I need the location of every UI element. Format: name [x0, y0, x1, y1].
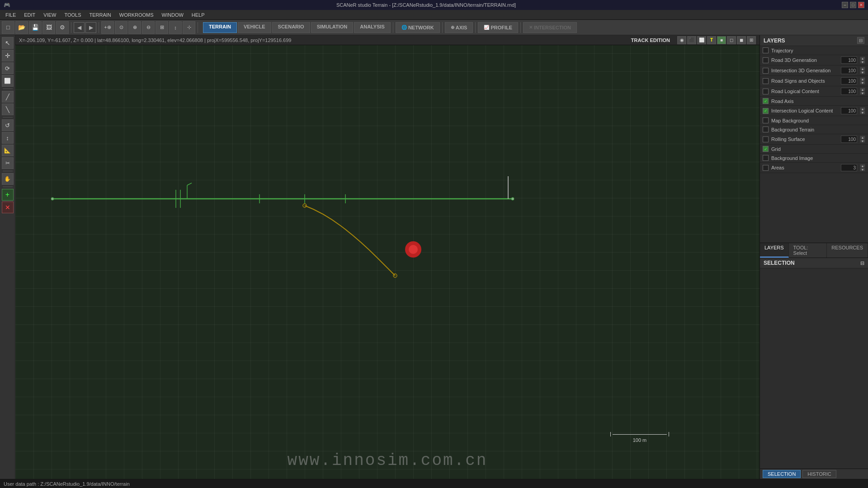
layers-float-button[interactable]: ⊟ [857, 37, 864, 44]
settings-button[interactable]: ⚙ [56, 21, 69, 34]
canvas-area[interactable]: X=-206.109, Y=-61.607, Z= 0.000 | lat=48… [15, 35, 760, 479]
layer-checkbox-2[interactable] [763, 68, 769, 74]
tab-simulation[interactable]: SIMULATION [311, 22, 354, 33]
layer-spin-down-12[interactable]: ▼ [860, 168, 865, 171]
canvas-btn-6[interactable]: ◻ [727, 36, 736, 44]
maximize-button[interactable]: □ [850, 2, 856, 8]
layer-spin-down-9[interactable]: ▼ [860, 139, 865, 143]
select-box-tool[interactable]: ⬜ [2, 75, 14, 87]
menu-file[interactable]: FILE [2, 11, 19, 19]
draw-line-tool[interactable]: ╱ [2, 91, 14, 103]
select-tool[interactable]: ↖ [2, 37, 14, 49]
layer-value-1[interactable]: 100 [841, 56, 857, 64]
forward-button[interactable]: ▶ [85, 22, 96, 33]
layer-spin-down-4[interactable]: ▼ [860, 91, 865, 95]
layer-spin-down-6[interactable]: ▼ [860, 111, 865, 114]
drag-tool[interactable]: ✋ [2, 173, 14, 185]
move-tool[interactable]: ✛ [2, 50, 14, 61]
cut-tool[interactable]: ✂ [2, 157, 14, 169]
layer-checkbox-8[interactable] [763, 127, 769, 132]
minimize-button[interactable]: – [842, 2, 848, 8]
layer-checkbox-6[interactable] [763, 108, 769, 114]
layer-spin-up-6[interactable]: ▲ [860, 107, 865, 111]
close-button[interactable]: ✕ [858, 2, 864, 8]
layer-spin-up-3[interactable]: ▲ [860, 77, 865, 81]
layer-spin-up-4[interactable]: ▲ [860, 88, 865, 91]
panel-tab-resources[interactable]: RESOURCES [827, 243, 868, 258]
cross-button[interactable]: ⊹ [183, 21, 195, 34]
selection-header: SELECTION ⊟ [760, 258, 868, 268]
layer-spin-up-2[interactable]: ▲ [860, 67, 865, 70]
layer-value-12[interactable]: 3 [841, 164, 857, 171]
circle-button[interactable]: ⊙ [115, 21, 127, 34]
layer-checkbox-9[interactable] [763, 136, 769, 142]
zoom-button[interactable]: ⊞ [156, 21, 168, 34]
measure-tool[interactable]: 📐 [2, 145, 14, 156]
canvas-btn-2[interactable]: ⬛ [687, 36, 696, 44]
layer-value-9[interactable]: 100 [841, 136, 857, 143]
layer-name-0: Trajectory [771, 48, 865, 53]
layer-checkbox-1[interactable] [763, 57, 769, 63]
layer-spin-up-9[interactable]: ▲ [860, 136, 865, 139]
menu-window[interactable]: WINDOW [158, 11, 187, 19]
bottom-tab-historic[interactable]: HISTORIC [802, 470, 836, 478]
menu-tools[interactable]: TOOLS [61, 11, 85, 19]
selection-float-button[interactable]: ⊟ [860, 260, 864, 266]
scale-bar: 100 m [610, 432, 669, 443]
layer-checkbox-10[interactable] [763, 146, 769, 152]
menu-edit[interactable]: EDIT [20, 11, 39, 19]
layer-value-4[interactable]: 100 [841, 88, 857, 95]
tab-profile[interactable]: 📈PROFILE [478, 22, 518, 33]
layer-checkbox-4[interactable] [763, 89, 769, 94]
open-button[interactable]: 📂 [15, 21, 28, 34]
menu-view[interactable]: VIEW [40, 11, 60, 19]
canvas-btn-1[interactable]: ◉ [677, 36, 686, 44]
layer-value-3[interactable]: 100 [841, 77, 857, 84]
save-button[interactable]: 💾 [29, 21, 42, 34]
canvas-btn-5[interactable]: ■ [717, 36, 726, 44]
layer-checkbox-3[interactable] [763, 78, 769, 84]
undo-tool[interactable]: ↺ [2, 119, 14, 131]
layer-spin-up-1[interactable]: ▲ [860, 56, 865, 60]
layer-value-2[interactable]: 100 [841, 67, 857, 74]
layer-spin-down-2[interactable]: ▼ [860, 70, 865, 74]
tab-scenario[interactable]: SCENARIO [272, 22, 310, 33]
menu-workrooms[interactable]: WORKROOMS [116, 11, 157, 19]
menu-terrain[interactable]: TERRAIN [86, 11, 115, 19]
layer-checkbox-7[interactable] [763, 117, 769, 123]
minus-button[interactable]: ⊖ [142, 21, 155, 34]
layer-checkbox-11[interactable] [763, 155, 769, 161]
canvas-btn-7[interactable]: ◼ [737, 36, 746, 44]
resize-tool[interactable]: ↕ [2, 132, 14, 144]
menu-help[interactable]: HELP [188, 11, 208, 19]
tab-terrain[interactable]: TERRAIN [203, 22, 237, 33]
tab-network[interactable]: 🌐NETWORK [396, 22, 440, 33]
canvas-btn-8[interactable]: ⊞ [747, 36, 756, 44]
canvas-btn-3[interactable]: ⬜ [697, 36, 706, 44]
remove-button[interactable]: ✕ [2, 202, 14, 213]
panel-tab-layers[interactable]: LAYERS [760, 243, 789, 258]
add-button[interactable]: + [2, 189, 14, 201]
tab-axis[interactable]: ⊕AXIS [445, 22, 473, 33]
layer-checkbox-0[interactable] [763, 47, 769, 53]
image-button[interactable]: 🖼 [42, 21, 55, 34]
draw-curve-tool[interactable]: ╲ [2, 103, 14, 115]
layer-checkbox-12[interactable] [763, 165, 769, 171]
layer-value-6[interactable]: 100 [841, 107, 857, 114]
arrow-button[interactable]: ↕ [169, 21, 182, 34]
layer-spin-up-12[interactable]: ▲ [860, 164, 865, 168]
bottom-tab-selection[interactable]: SELECTION [763, 470, 801, 478]
back-button[interactable]: ◀ [74, 22, 85, 33]
snap-button[interactable]: +⊕ [101, 21, 114, 34]
rotate-tool[interactable]: ⟳ [2, 62, 14, 74]
canvas-btn-4[interactable]: T [707, 36, 716, 44]
new-button[interactable]: □ [2, 21, 14, 34]
plus-button[interactable]: ⊕ [128, 21, 141, 34]
layer-spin-down-3[interactable]: ▼ [860, 81, 865, 84]
layer-checkbox-5[interactable] [763, 98, 769, 104]
tab-vehicle[interactable]: VEHICLE [238, 22, 271, 33]
tab-intersection[interactable]: ✕INTERSECTION [523, 22, 577, 33]
layer-spin-down-1[interactable]: ▼ [860, 60, 865, 64]
tab-analysis[interactable]: ANALYSIS [354, 22, 391, 33]
panel-tab-tool[interactable]: TOOL: Select [789, 243, 827, 258]
